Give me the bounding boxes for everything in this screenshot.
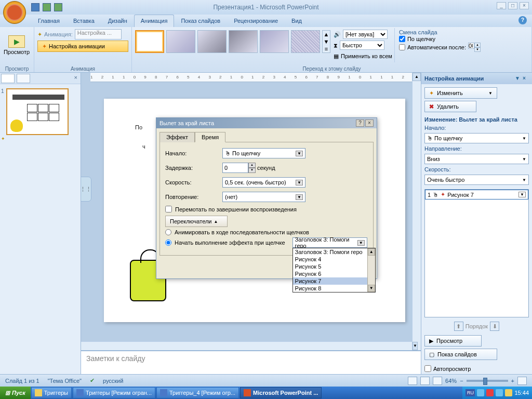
tab-timing[interactable]: Время bbox=[195, 132, 225, 142]
close-button[interactable]: × bbox=[520, 2, 529, 9]
move-down-button[interactable]: ⬇ bbox=[490, 322, 499, 331]
mouse-icon: 🖱 bbox=[433, 192, 438, 198]
transition-item[interactable] bbox=[260, 30, 289, 53]
pane-close-icon[interactable]: × bbox=[523, 75, 529, 82]
dialog-help-icon[interactable]: ? bbox=[356, 119, 364, 127]
move-up-button[interactable]: ⬆ bbox=[454, 322, 463, 331]
tab-insert[interactable]: Вставка bbox=[66, 15, 101, 27]
tab-review[interactable]: Рецензирование bbox=[227, 15, 285, 27]
language[interactable]: русский bbox=[103, 378, 123, 384]
panel-close-icon[interactable]: × bbox=[71, 73, 81, 84]
tab-effect[interactable]: Эффект bbox=[159, 132, 195, 142]
tab-slideshow[interactable]: Показ слайдов bbox=[174, 15, 227, 27]
preview-label: Просмотр bbox=[4, 49, 30, 55]
tab-design[interactable]: Дизайн bbox=[101, 15, 134, 27]
rewind-checkbox[interactable]: Перемотать по завершении воспроизведения bbox=[165, 206, 368, 212]
dialog-close-icon[interactable]: × bbox=[365, 119, 374, 127]
transition-none[interactable] bbox=[135, 30, 164, 53]
speed-select[interactable]: Быстро bbox=[340, 41, 384, 50]
scrollbar-horizontal[interactable] bbox=[81, 341, 412, 350]
direction-select[interactable]: Вниз▼ bbox=[424, 154, 529, 164]
transition-item[interactable] bbox=[197, 30, 227, 53]
collapse-handle[interactable]: ⋮⋮ bbox=[81, 177, 91, 202]
sorter-view-button[interactable] bbox=[420, 377, 430, 385]
lang-indicator[interactable]: RU bbox=[466, 389, 475, 396]
slides-tab[interactable] bbox=[1, 74, 15, 83]
triggers-button[interactable]: Переключатели▲ bbox=[165, 216, 228, 227]
office-button[interactable] bbox=[3, 1, 26, 24]
normal-view-button[interactable] bbox=[408, 377, 417, 385]
pane-menu-icon[interactable]: ▼ bbox=[515, 75, 521, 82]
tray-icon[interactable] bbox=[505, 389, 512, 396]
spell-icon[interactable]: ✔ bbox=[90, 377, 95, 384]
taskbar-task[interactable]: Microsoft PowerPoint ... bbox=[240, 387, 322, 398]
tab-animation[interactable]: Анимация bbox=[134, 15, 175, 27]
dialog-titlebar[interactable]: Вылет за край листа ?× bbox=[156, 118, 377, 128]
quick-access-toolbar bbox=[31, 3, 62, 11]
change-effect-button[interactable]: ✦Изменить▼ bbox=[424, 87, 497, 99]
dropdown-option[interactable]: Рисунок 5 bbox=[293, 263, 375, 270]
dlg-repeat-select[interactable]: (нет)▼ bbox=[222, 192, 305, 202]
preview-button[interactable]: ▶Просмотр bbox=[424, 335, 482, 347]
system-tray: RU 15:44 bbox=[462, 387, 532, 399]
preview-button[interactable]: Просмотр bbox=[2, 28, 31, 62]
dropdown-scrollbar[interactable]: ▲▼ bbox=[367, 248, 375, 292]
minimize-button[interactable]: _ bbox=[497, 2, 506, 9]
clock[interactable]: 15:44 bbox=[514, 390, 529, 396]
zoom-out[interactable]: − bbox=[460, 378, 463, 384]
transition-item[interactable] bbox=[229, 30, 258, 53]
redo-icon[interactable] bbox=[54, 3, 62, 11]
dropdown-option[interactable]: Рисунок 4 bbox=[293, 256, 375, 263]
taskbar-task[interactable]: Триггеры bbox=[31, 387, 72, 398]
anim-select[interactable]: Настройка ... bbox=[75, 29, 122, 39]
dropdown-option[interactable]: Рисунок 7 bbox=[293, 277, 375, 285]
remove-effect-button[interactable]: ✖Удалить bbox=[424, 101, 476, 112]
help-icon[interactable]: ? bbox=[518, 16, 527, 24]
dlg-delay-spinner[interactable]: ▲▼ bbox=[222, 163, 256, 173]
slide-thumbnail[interactable]: 1 ✦ bbox=[6, 88, 74, 141]
zoom-in[interactable]: + bbox=[511, 378, 514, 384]
save-icon[interactable] bbox=[31, 3, 39, 11]
scrollbar-vertical[interactable]: ▲▼ bbox=[412, 73, 421, 350]
apply-all-button[interactable]: ▦Применить ко всем bbox=[334, 51, 392, 61]
fit-button[interactable] bbox=[517, 377, 527, 385]
tab-home[interactable]: Главная bbox=[31, 15, 66, 27]
tray-icon[interactable] bbox=[477, 389, 484, 396]
sound-select[interactable]: [Нет звука] bbox=[343, 30, 388, 39]
custom-animation-button[interactable]: ✦ Настройка анимации bbox=[37, 41, 128, 52]
auto-time-input[interactable] bbox=[468, 43, 474, 49]
tray-icon[interactable] bbox=[486, 389, 494, 396]
notes-area[interactable]: Заметки к слайду bbox=[81, 350, 421, 374]
transition-item[interactable] bbox=[166, 30, 195, 53]
tray-icon[interactable] bbox=[496, 389, 503, 396]
dropdown-option[interactable]: Рисунок 6 bbox=[293, 270, 375, 277]
zoom-value[interactable]: 64% bbox=[445, 378, 457, 384]
dlg-speed-select[interactable]: 0,5 сек. (очень быстро)▼ bbox=[222, 177, 305, 188]
trigger-select[interactable]: Заголовок 3: Помоги геро▼ bbox=[292, 237, 367, 248]
zoom-slider[interactable] bbox=[467, 380, 508, 382]
effect-list: 1 🖱 ✦ Рисунок 7 ▼ bbox=[424, 189, 529, 317]
slideshow-button[interactable]: ▢Показ слайдов bbox=[424, 349, 497, 360]
transition-item[interactable] bbox=[291, 30, 320, 53]
start-button[interactable]: ⊞Пуск bbox=[0, 387, 31, 399]
autopreview-checkbox[interactable]: Автопросмотр bbox=[421, 363, 532, 374]
radio-trigger[interactable]: Начать выполнение эффекта при щелчке Заг… bbox=[165, 237, 368, 248]
radio-sequence[interactable]: Анимировать в ходе последовательности ще… bbox=[165, 229, 368, 235]
effect-item[interactable]: 1 🖱 ✦ Рисунок 7 ▼ bbox=[425, 190, 528, 200]
maximize-button[interactable]: □ bbox=[508, 2, 517, 9]
dropdown-option[interactable]: Рисунок 8 bbox=[293, 285, 375, 292]
tab-view[interactable]: Вид bbox=[285, 15, 309, 27]
taskbar-task[interactable]: Триггеры [Режим огран... bbox=[73, 387, 155, 398]
outline-tab[interactable] bbox=[17, 74, 30, 83]
start-select[interactable]: 🖱 По щелчку▼ bbox=[424, 133, 529, 143]
dropdown-option[interactable]: Заголовок 3: Помоги геро bbox=[293, 248, 375, 256]
dlg-start-select[interactable]: 🖱 По щелчку▼ bbox=[222, 148, 305, 158]
on-click-checkbox[interactable]: По щелчку bbox=[399, 36, 481, 42]
item-menu-icon[interactable]: ▼ bbox=[518, 192, 526, 197]
transition-more[interactable]: ▲▼≡ bbox=[322, 30, 330, 53]
auto-after-checkbox[interactable]: Автоматически после: ▲▼ bbox=[399, 43, 481, 52]
slideshow-view-button[interactable] bbox=[433, 377, 442, 385]
taskbar-task[interactable]: Триггеры_4 [Режим огр... bbox=[156, 387, 239, 398]
speed-select[interactable]: Очень быстро▼ bbox=[424, 175, 529, 185]
undo-icon[interactable] bbox=[43, 3, 51, 11]
